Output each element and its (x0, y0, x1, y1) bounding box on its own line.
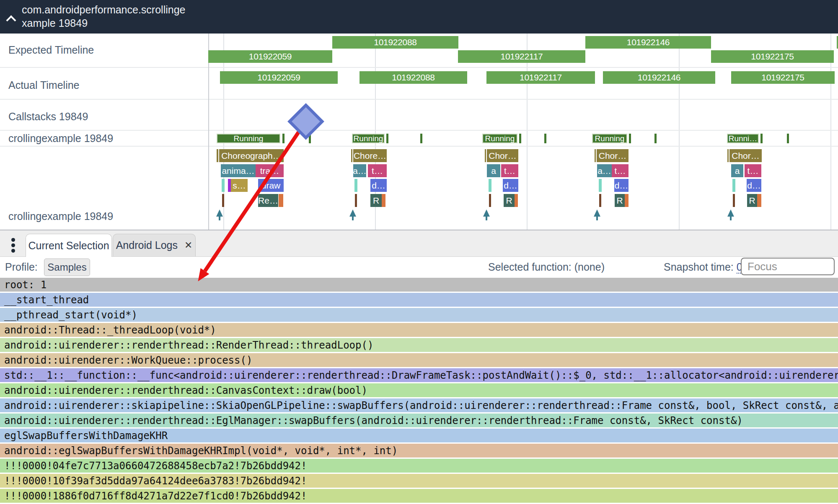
stack-row[interactable]: std::__1::__function::__func<android::ui… (0, 368, 838, 382)
flame-span[interactable] (485, 149, 486, 162)
flame-span[interactable]: t… (612, 164, 628, 177)
flame-span[interactable]: d… (614, 179, 628, 192)
stack-row[interactable]: !!!0000!1886f0d716ff8d4271a7d22e7f1cd0!7… (0, 489, 838, 503)
gridline (527, 34, 528, 230)
stack-row[interactable]: android::uirenderer::WorkQueue::process(… (0, 353, 838, 367)
snapshot-time: Snapshot time: 0s (664, 261, 747, 273)
flame-span[interactable]: R (615, 194, 625, 207)
thread-running-tick (629, 134, 631, 143)
sample-marker-icon[interactable] (483, 209, 490, 217)
expected-frame-bar[interactable]: 101922175 (711, 50, 834, 63)
tab-android-logs[interactable]: Android Logs ✕ (113, 234, 196, 256)
flame-span[interactable] (599, 194, 601, 207)
flame-span[interactable] (733, 194, 735, 207)
stack-row[interactable]: eglSwapBuffersWithDamageKHR (0, 429, 838, 442)
flame-span[interactable] (515, 194, 518, 207)
call-stack-list: root: 1__start_thread__pthread_start(voi… (0, 278, 838, 504)
flame-span[interactable]: t… (368, 164, 387, 177)
flame-span[interactable] (354, 179, 357, 192)
flame-span[interactable]: d… (503, 179, 518, 192)
flame-span[interactable]: a (731, 164, 743, 177)
sample-marker-icon[interactable] (349, 209, 356, 217)
flame-span[interactable] (222, 194, 224, 207)
flame-span[interactable]: a… (353, 164, 366, 177)
expected-frame-bar[interactable]: 101922117 (458, 50, 585, 63)
stack-row[interactable]: android::uirenderer::renderthread::EglMa… (0, 414, 838, 427)
samples-button[interactable]: Samples (44, 258, 90, 276)
flame-span[interactable]: tra… (256, 164, 284, 177)
expected-frame-bar[interactable]: 101922059 (208, 50, 332, 63)
profile-toolbar: Profile: Samples Selected function: (non… (0, 257, 838, 278)
flame-span[interactable]: d… (370, 179, 387, 192)
flame-span[interactable] (489, 194, 491, 207)
flame-span[interactable] (382, 194, 385, 207)
flame-span[interactable]: Chor… (729, 149, 762, 162)
sample-marker-icon[interactable] (727, 209, 734, 217)
sample-marker-icon[interactable] (216, 209, 223, 217)
thread-running-bar[interactable]: Running (352, 134, 385, 143)
flame-span[interactable]: Re… (258, 194, 278, 207)
flame-span[interactable]: s… (231, 179, 248, 192)
stack-row[interactable]: !!!0000!10f39af3d5dda97a64124dee6a3783!7… (0, 474, 838, 488)
stack-row[interactable]: __start_thread (0, 293, 838, 307)
thread-running-bar[interactable]: Runni… (727, 134, 759, 143)
thread-running-bar[interactable]: Running (217, 134, 280, 143)
flame-span[interactable]: Chor… (487, 149, 518, 162)
flame-span[interactable] (351, 149, 352, 162)
tab-current-selection[interactable]: Current Selection (26, 234, 112, 257)
thread-running-bar[interactable]: Running (482, 134, 517, 143)
flame-span[interactable] (757, 194, 761, 207)
thread-running-bar[interactable]: Running (592, 134, 627, 143)
actual-frame-bar[interactable]: 101922175 (731, 71, 835, 84)
thread-running-tick (386, 134, 388, 143)
flame-span[interactable]: R (370, 194, 382, 207)
actual-frame-bar[interactable]: 101922146 (603, 71, 715, 84)
flame-span[interactable] (222, 179, 225, 192)
flame-span[interactable] (595, 149, 596, 162)
flame-span[interactable] (279, 194, 283, 207)
flame-span[interactable]: Chor… (597, 149, 628, 162)
flame-span[interactable]: draw (258, 179, 284, 192)
stack-row[interactable]: __pthread_start(void*) (0, 308, 838, 322)
focus-input[interactable] (741, 258, 835, 275)
stack-row[interactable]: android::Thread::_threadLoop(void*) (0, 323, 838, 337)
flame-span[interactable] (489, 179, 491, 192)
flame-span[interactable]: anima… (221, 164, 256, 177)
flame-span[interactable]: t… (501, 164, 518, 177)
flame-span[interactable] (732, 179, 735, 192)
expected-frame-bar[interactable]: 101922088 (332, 36, 458, 49)
close-icon[interactable]: ✕ (184, 240, 192, 251)
stack-row[interactable]: android::uirenderer::renderthread::Canva… (0, 383, 838, 397)
flame-span[interactable] (727, 149, 729, 162)
flame-span[interactable]: a (487, 164, 500, 177)
stack-row[interactable]: android::uirenderer::renderthread::Rende… (0, 338, 838, 352)
flame-span[interactable] (625, 194, 628, 207)
flame-span[interactable]: t… (745, 164, 761, 177)
stack-row[interactable]: root: 1 (0, 278, 838, 292)
stack-row[interactable]: !!!0000!04fe7c7713a0660472688458ecb7a2!7… (0, 459, 838, 473)
gridline (679, 34, 680, 230)
sample-marker-icon[interactable] (594, 209, 600, 217)
flame-span[interactable] (599, 179, 602, 192)
flame-span[interactable]: d… (747, 179, 761, 192)
stack-row[interactable]: android::eglSwapBuffersWithDamageKHRImpl… (0, 444, 838, 457)
label-panel-divider (208, 34, 209, 230)
flame-span[interactable] (217, 149, 218, 162)
expected-frame-bar[interactable]: 101922146 (585, 36, 711, 49)
flame-span[interactable]: Choreograph… (219, 149, 284, 162)
process-header[interactable]: com.androidperformance.scrollinge xample… (0, 0, 838, 34)
thread-running-tick (282, 134, 285, 143)
flame-span[interactable]: a… (597, 164, 612, 177)
actual-frame-bar[interactable]: 101922088 (360, 71, 467, 84)
flame-span[interactable] (355, 194, 357, 207)
flame-span[interactable]: Chore… (353, 149, 387, 162)
actual-frame-bar[interactable]: 101922059 (220, 71, 338, 84)
kebab-menu-icon[interactable] (8, 236, 18, 253)
flame-span[interactable]: R (504, 194, 515, 207)
stack-row[interactable]: android::uirenderer::skiapipeline::SkiaO… (0, 398, 838, 412)
flame-span[interactable] (228, 179, 231, 192)
collapse-chevron-icon[interactable] (8, 15, 15, 22)
flame-span[interactable]: R (747, 194, 757, 207)
actual-frame-bar[interactable]: 101922117 (486, 71, 595, 84)
snapshot-time-label: Snapshot time: (664, 261, 734, 273)
